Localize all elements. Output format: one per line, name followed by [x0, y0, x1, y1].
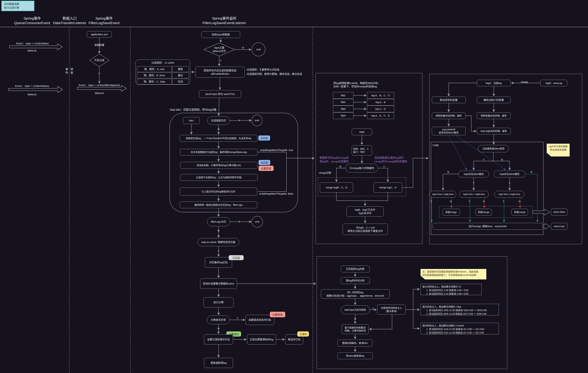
mark-complete-node: 对完备的log打标 — [205, 257, 232, 268]
branch-n-label: N — [531, 170, 533, 174]
loga-current-node: logA：当前log — [477, 80, 511, 86]
branch-n-label: N — [218, 327, 220, 330]
branch-n-label: N — [519, 200, 521, 203]
convert-node: tskvProtos 转为 tskvDTOs — [199, 90, 241, 98]
filter-switch-diamond-label: 开启过滤 — [94, 59, 104, 62]
query-unmatched-node: 查询未匹配、计算异常的log(计算次数≤10) — [180, 162, 257, 169]
reject-merge-node: 拒绝merge — [511, 209, 528, 216]
cache-row-type: 区间 — [172, 79, 189, 84]
fild-logs-cell: log C、D — [367, 105, 394, 112]
merge-batch-node: 合并本批数据中生成的log：最终得到mergedNewLogs — [180, 149, 257, 155]
cache-row-type: 最新 — [172, 66, 189, 72]
branch-y-label: Y — [483, 158, 485, 161]
query-agg-node: 查询并设置聚合数据的value — [200, 278, 237, 289]
time-le-decision: logA.time ≤ logB.time — [430, 191, 456, 198]
filterlogs-empty-decision: filterLogs为空 — [207, 217, 230, 226]
calc-start-node: 基于结束时间和聚合 间隔，计算开始时间 — [342, 324, 369, 334]
branch-y-label: Y — [383, 165, 385, 168]
end-node-2: end — [255, 119, 259, 122]
example-hour-box: 按小时四舍五入，假设聚合间隔为 1h 1. 若当前时间为 2:30 则查询 2:… — [420, 284, 482, 295]
example-month-box: 按月四舍五入，假设聚合间隔为 1month 1. 若当前时间为 3/16 12:… — [420, 323, 499, 334]
branch-n-label: N — [450, 200, 452, 203]
loop-tskv-label: loop tskv：匹配过滤规则，转为log对象 — [170, 108, 217, 112]
merge-process-label: merge过程 — [319, 171, 331, 175]
return-false-node: return false — [551, 208, 567, 216]
rules-note: 过滤规则：主要携带公式信息 过滤规则详情：携带计算物、属性信息；聚合信息 — [247, 67, 302, 76]
branch-y-label: Y — [239, 119, 240, 122]
calc-error-badge: 计算异常 — [270, 312, 285, 317]
cache-row-type: 最近 — [172, 73, 189, 78]
read-config-label: 读取配置 — [94, 43, 104, 47]
calc-abnormal-decision: 计算是否异常 — [207, 315, 230, 324]
example-day-box: 按天四舍五入，假设聚合间隔为 1day 1. 若当前时间为 3/28 12:30… — [420, 304, 499, 315]
group-by-agg-node: 同一时间的log 按聚合信息分组：aggType、 aggInterval、ti… — [321, 289, 390, 299]
merge-bcd-node: merge logB、C、D — [320, 182, 353, 193]
merged-state-node: logB、logC已合并 logD未合并 — [346, 207, 384, 217]
diagram-canvas: 实时数据消费 执行过滤引擎 Spring事件 QueueConsumerEven… — [0, 0, 588, 373]
branch-n-label: N — [501, 158, 503, 161]
only-merge-missing-decision: 只merge缺少的物属性 — [346, 164, 378, 173]
loga-logic-note: logA中已有的物属 性也适用该逻辑 — [547, 144, 570, 156]
set-null-node: 令logB、C = null 避免在当前过滤规则下重复合并 — [343, 224, 388, 235]
cache-row-attr: 物、属性：C, 1day — [137, 79, 172, 84]
fild-cell: fild4 — [333, 112, 353, 119]
branch-y-label: Y — [469, 200, 470, 203]
event-history-label: Event： topic = v1/tskv/history — [15, 84, 49, 88]
get-attr-node: 得到变量对应的物、属性 — [432, 113, 466, 119]
merge-missing-attrs-note: 当前批数据生成的log进行 merge时只merge缺失的属性 — [374, 156, 407, 164]
notified-badge: 已通知 — [297, 331, 309, 337]
merge-edge-label: merge — [521, 80, 528, 84]
update-value-node: 将value更新到log — [337, 352, 373, 359]
fild-logs-cell: log A、E、F、G — [367, 112, 394, 119]
branch-y-label: Y — [218, 249, 219, 253]
generate-log-node: 按规则生成log， 一个tskv可以命中不同过滤规则，生成多条log — [180, 135, 257, 142]
datalist-label-2: dataList — [28, 93, 37, 96]
lane-header-data-transfer: 数据入口 DataTransferListener — [53, 16, 86, 25]
get-attr-node: 得到变量对应的物、属性 — [477, 113, 511, 119]
filter-notify-node: 过滤出需要通知的log — [247, 334, 276, 344]
time-eq-decision: logA.time = logB.time — [459, 191, 489, 198]
exist-missing-node: 现有：fild1、2 缺少：fild3 — [352, 145, 372, 155]
application-yml-node: application.yml — [87, 31, 112, 38]
branch-y-label: Y — [239, 220, 240, 223]
loop-check-node: loop to check: 物属性是否完备 — [198, 238, 239, 246]
reject-merge-node: 拒绝merge — [442, 209, 460, 216]
fild-cell: fild1 — [333, 92, 353, 99]
branch-n-label: N — [242, 46, 244, 49]
time-ge-decision: logA.time ≥ logB.time — [494, 191, 524, 198]
filter-invalid-node: 过滤掉不合规的log：公式与规则详情不匹配 — [180, 174, 257, 181]
merge-all-attrs-note: 数据库中的log去merge其 他log时，merge全部属性 — [320, 156, 349, 164]
datatype-interval-decision: dataType为区间类型 — [341, 305, 370, 314]
datalist-label-3: dataList — [95, 91, 104, 95]
fild-cell: fild2 — [333, 99, 353, 105]
branch-y-label: Y — [430, 200, 432, 203]
lane-header-listener: Spring事件监听 FilterLogSaveEventListener — [202, 16, 246, 25]
fild-cell: fild3 — [333, 105, 353, 112]
is-latest-decision: 当前属性是latest类型 — [478, 145, 509, 152]
lane-relay-label-event: 事件 — [64, 68, 68, 75]
merge-again-node: 与上面合并后的log继续进行合并 — [180, 187, 257, 196]
reject-merge-node: 拒绝merge — [475, 209, 492, 216]
branch-n-label: N — [447, 170, 449, 174]
calc-error-badge: 计算异常 — [259, 166, 274, 171]
fild-logs-cell: log A、B、C、D — [367, 92, 394, 99]
lane-header-queue-consumer: Spring事件 QueueConsumerEvent — [14, 16, 50, 25]
branch-y-label: Y — [503, 200, 504, 203]
page-title: 实时数据消费 执行过滤引擎 — [1, 1, 34, 11]
has-latest-decision-right: logA存在latest属性 — [494, 171, 525, 177]
exec-calc-node: 执行计算 — [204, 297, 233, 307]
round-query-node: 对查询时间四舍五入 （整点查询） — [377, 305, 406, 314]
branch-y-label: Y — [237, 317, 238, 320]
datalist-label-1: dataList — [28, 49, 37, 52]
final-logs-node: 最终获得一批经过层层合并后的log：filterLogs — [180, 201, 257, 208]
update-log-node: 更新或新增log — [204, 358, 233, 368]
return-true-node: return true — [551, 223, 567, 230]
exec-merge-node: 执行merge: 刷新time、sourceInfo — [433, 223, 543, 230]
branch-n-label: N — [354, 317, 356, 320]
branch-n-label: N — [218, 229, 220, 232]
lane-relay-label-forward: 转发 — [70, 68, 74, 75]
check-topic-diamond-label: topic正确 dataList非空 — [212, 46, 226, 53]
matched-badge: 已匹配 — [229, 255, 244, 260]
branch-y-label: Y — [220, 59, 221, 62]
branch-n-label: N — [483, 200, 485, 203]
